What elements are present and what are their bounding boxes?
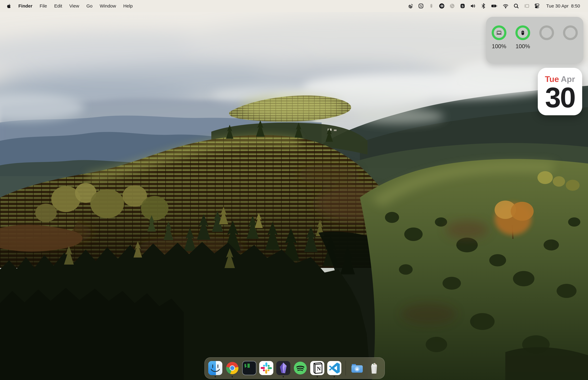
running-indicator <box>283 376 284 377</box>
terminal-icon: $ <box>242 361 257 375</box>
calendar-day: 30 <box>545 84 575 111</box>
spotify-icon <box>293 361 308 375</box>
downloads-folder-icon <box>350 361 364 375</box>
battery-ring-laptop <box>492 25 506 40</box>
screen-frame-muted-icon[interactable] <box>524 3 530 9</box>
chrome-icon <box>225 361 240 375</box>
apple-menu[interactable] <box>6 3 11 9</box>
status-icons: N S <box>407 3 580 9</box>
bluetooth-icon[interactable] <box>480 3 487 9</box>
trash-full-icon <box>367 361 381 375</box>
svg-text:$: $ <box>244 363 247 368</box>
dock-icon-obsidian[interactable] <box>276 361 291 375</box>
globe-muted-icon[interactable] <box>449 3 455 9</box>
battery-ring-empty-2 <box>563 25 578 40</box>
dock-icon-spotify[interactable] <box>293 361 308 375</box>
notion-menu-icon[interactable]: N <box>418 3 424 9</box>
dock: $ <box>204 357 385 379</box>
dock-icon-terminal[interactable]: $ <box>242 361 257 375</box>
finder-icon <box>208 361 223 375</box>
menu-edit[interactable]: Edit <box>54 3 62 9</box>
apple-icon <box>6 3 11 9</box>
battery-slot-mouse: 100% <box>512 25 533 50</box>
mouse-icon <box>520 29 526 36</box>
svg-text:N: N <box>317 366 321 372</box>
dock-icon-finder[interactable] <box>208 361 223 375</box>
menu-finder[interactable]: Finder <box>18 3 33 9</box>
battery-ring-empty-1 <box>539 25 554 40</box>
dock-icon-chrome[interactable] <box>225 361 240 375</box>
control-center-icon[interactable] <box>534 3 540 9</box>
dock-icon-slack[interactable] <box>259 361 274 375</box>
dock-icon-downloads[interactable] <box>350 361 364 375</box>
mouse-muted-icon[interactable] <box>428 3 435 9</box>
dock-icon-vscode[interactable] <box>327 361 341 375</box>
menu-go[interactable]: Go <box>86 3 93 9</box>
audio-waveform-icon[interactable] <box>439 3 445 9</box>
battery-ring-mouse <box>515 25 530 40</box>
battery-slot-empty-1 <box>536 25 557 40</box>
letter-s-badge-icon[interactable]: S <box>459 3 466 9</box>
svg-text:N: N <box>420 5 422 8</box>
dock-icon-notion[interactable]: N <box>310 361 325 375</box>
menu-bar-clock[interactable]: Tue 30 Apr 8:50 <box>546 3 580 9</box>
notion-icon: N <box>310 361 325 375</box>
hatched-pointer-icon[interactable] <box>407 3 414 9</box>
running-indicator <box>231 376 233 377</box>
wifi-icon[interactable] <box>502 3 509 9</box>
obsidian-icon <box>276 361 291 375</box>
battery-percent-laptop: 100% <box>492 43 506 50</box>
running-indicator <box>317 376 318 377</box>
volume-icon[interactable] <box>470 3 476 9</box>
battery-widget[interactable]: 100% 100% <box>486 17 583 64</box>
menu-help[interactable]: Help <box>123 3 133 9</box>
laptop-icon <box>496 29 502 36</box>
running-indicator <box>334 376 335 377</box>
battery-slot-empty-2 <box>560 25 581 40</box>
battery-percent-mouse: 100% <box>515 43 530 50</box>
calendar-widget[interactable]: TueApr 30 <box>538 68 582 115</box>
vscode-icon <box>327 361 341 375</box>
slack-icon <box>259 361 274 375</box>
battery-charging-icon[interactable] <box>491 3 498 9</box>
menu-window[interactable]: Window <box>100 3 116 9</box>
dock-divider <box>345 361 346 375</box>
menu-bar: Finder File Edit View Go Window Help N <box>0 0 588 12</box>
svg-text:S: S <box>462 4 464 8</box>
running-indicator <box>214 376 216 377</box>
battery-slot-laptop: 100% <box>488 25 510 50</box>
spotlight-search-icon[interactable] <box>513 3 519 9</box>
dock-icon-trash[interactable] <box>367 361 381 375</box>
menu-view[interactable]: View <box>69 3 79 9</box>
menu-file[interactable]: File <box>40 3 47 9</box>
app-menus: Finder File Edit View Go Window Help <box>18 3 133 9</box>
